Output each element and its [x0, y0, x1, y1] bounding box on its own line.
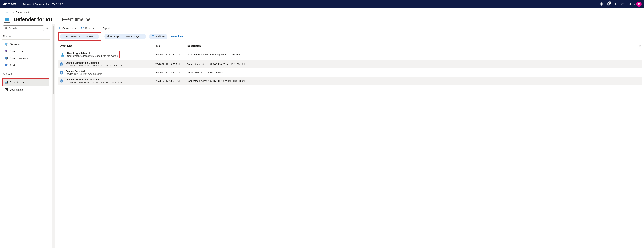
- device-event-icon: [59, 79, 64, 83]
- notifications-button[interactable]: 0: [605, 1, 612, 8]
- data-mining-icon: [4, 88, 8, 92]
- export-label: Export: [102, 27, 110, 30]
- sidebar-item-alerts[interactable]: Alerts: [3, 62, 49, 69]
- gear-icon: [600, 2, 603, 6]
- event-description: User 'cyberx' successfully logged into t…: [187, 53, 641, 56]
- plus-icon: [58, 26, 61, 30]
- add-filter-button[interactable]: Add filter: [149, 34, 167, 39]
- event-subtitle: Device 192.168.10.1 was detected: [66, 73, 102, 75]
- refresh-icon: [81, 26, 84, 30]
- refresh-button[interactable]: Refresh: [81, 26, 94, 30]
- sidebar-item-event-timeline[interactable]: Event timeline: [3, 79, 49, 86]
- avatar: C: [636, 1, 642, 7]
- scroll-track[interactable]: [52, 24, 56, 248]
- scrollbar-thumb[interactable]: [53, 26, 54, 94]
- event-time: 1/26/2022, 12:13:50 PM: [154, 71, 187, 74]
- svg-point-8: [62, 53, 64, 55]
- brand-label: Microsoft: [2, 2, 19, 6]
- filter-value: Last 30 days: [125, 35, 140, 38]
- user-event-icon: [60, 52, 65, 57]
- cloud-button[interactable]: [619, 1, 626, 8]
- sidebar-item-device-inventory[interactable]: Device inventory: [3, 55, 49, 62]
- filter-operator: ==: [82, 35, 85, 38]
- sidebar-item-label: Event timeline: [10, 81, 25, 84]
- add-filter-label: Add filter: [155, 35, 165, 38]
- page-header: Defender for IoT Event timeline: [0, 14, 644, 24]
- user-menu[interactable]: cyberx C: [626, 1, 642, 7]
- svg-rect-6: [6, 82, 7, 83]
- sidebar-item-data-mining[interactable]: Data mining: [3, 86, 49, 93]
- user-name-label: cyberx: [628, 3, 635, 5]
- breadcrumb-home-link[interactable]: Home: [4, 11, 10, 14]
- table-row[interactable]: User Login AttemptUser 'cyberx' successf…: [58, 49, 642, 60]
- event-subtitle: Connected devices 192.168.110.20 and 192…: [66, 64, 122, 67]
- event-title: Device Detected: [66, 70, 102, 73]
- notifications-badge: 0: [608, 1, 611, 4]
- event-time: 1/26/2022, 12:13:50 PM: [154, 80, 187, 82]
- brand-separator: [20, 2, 20, 6]
- header-event-type[interactable]: Event type: [60, 44, 154, 47]
- search-box[interactable]: [3, 25, 44, 31]
- search-input[interactable]: [9, 27, 42, 30]
- sidebar-item-label: Data mining: [10, 88, 23, 91]
- reset-filters-link[interactable]: Reset filters: [170, 35, 184, 38]
- content-panel: Create event Refresh Export User Operati…: [52, 24, 644, 248]
- table-row[interactable]: Device Connection DetectedConnected devi…: [58, 60, 642, 68]
- sidebar-section-analyze-label: Analyze: [3, 72, 49, 75]
- create-event-button[interactable]: Create event: [58, 26, 76, 30]
- app-tile-icon: [4, 16, 10, 23]
- filter-row: User Operations == Show Time range == La…: [52, 32, 644, 42]
- breadcrumb-current: Event timeline: [16, 11, 31, 14]
- table-header: Event type Time Description: [58, 42, 642, 49]
- title-separator: [58, 17, 58, 22]
- svg-point-2: [6, 50, 6, 51]
- filter-key: User Operations: [63, 35, 80, 38]
- export-button[interactable]: Export: [98, 26, 110, 30]
- filter-remove-button[interactable]: [142, 35, 144, 38]
- event-subtitle: Connected devices 192.168.10.1 and 192.1…: [66, 81, 122, 84]
- header-description[interactable]: Description: [187, 44, 641, 47]
- command-bar: Create event Refresh Export: [52, 25, 644, 32]
- collapse-panel-button[interactable]: [637, 43, 642, 48]
- filter-operator: ==: [120, 35, 123, 38]
- sidebar-item-label: Device map: [10, 50, 23, 53]
- sidebar: Discover Overview Device map Device inve…: [0, 24, 52, 248]
- sidebar-item-label: Alerts: [10, 64, 16, 67]
- sidebar-item-label: Device inventory: [10, 57, 28, 60]
- sidebar-item-overview[interactable]: Overview: [3, 41, 49, 48]
- page-title: Defender for IoT: [14, 16, 53, 22]
- filter-pill-user-operations[interactable]: User Operations == Show: [60, 34, 99, 39]
- filter-remove-button[interactable]: [95, 35, 97, 38]
- shield-icon: [4, 42, 8, 46]
- event-description: Connected devices 192.168.10.1 and 192.1…: [187, 80, 641, 82]
- filter-value: Show: [86, 35, 92, 38]
- sidebar-item-label: Overview: [10, 43, 20, 46]
- event-subtitle: User 'cyberx' successfully logged into t…: [67, 55, 118, 57]
- filter-pill-time-range[interactable]: Time range == Last 30 days: [104, 34, 146, 39]
- docs-button[interactable]: [612, 1, 619, 8]
- sidebar-item-device-map[interactable]: Device map: [3, 48, 49, 55]
- cube-icon: [4, 56, 8, 60]
- book-icon: [614, 2, 617, 6]
- svg-point-1: [5, 27, 7, 29]
- table-row[interactable]: Device Connection DetectedConnected devi…: [58, 77, 642, 85]
- event-description: Connected devices 192.168.110.20 and 192…: [187, 63, 641, 66]
- header-time[interactable]: Time: [154, 44, 187, 47]
- page-subtitle: Event timeline: [62, 17, 90, 22]
- event-title: Device Connection Detected: [66, 78, 122, 81]
- table-row[interactable]: Device DetectedDevice 192.168.10.1 was d…: [58, 68, 642, 77]
- settings-button[interactable]: [598, 1, 605, 8]
- chevron-double-left-icon: [46, 26, 49, 30]
- create-event-label: Create event: [62, 27, 76, 30]
- chevron-double-left-icon: [638, 44, 642, 48]
- download-icon: [98, 26, 101, 30]
- event-title: User Login Attempt: [67, 52, 118, 55]
- event-description: Device 192.168.10.1 was detected: [187, 71, 641, 74]
- event-table: Event type Time Description User Login A…: [52, 42, 644, 85]
- filter-key: Time range: [107, 35, 119, 38]
- collapse-sidebar-button[interactable]: [45, 26, 49, 30]
- event-time: 1/26/2022, 12:41:20 PM: [154, 53, 187, 56]
- event-time: 1/26/2022, 12:13:50 PM: [154, 63, 187, 66]
- product-label: Microsoft Defender for IoT - 22.3.0: [21, 3, 63, 6]
- device-event-icon: [59, 62, 64, 67]
